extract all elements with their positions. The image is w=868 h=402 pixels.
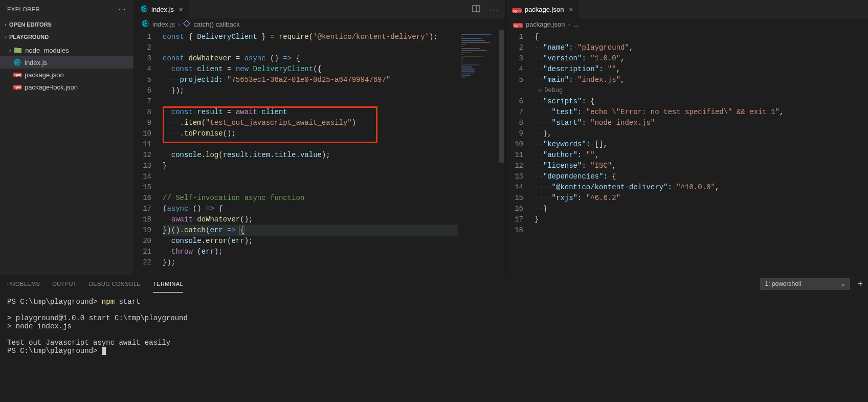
chevron-down-icon: ⌄ xyxy=(840,280,845,287)
npm-icon: npm xyxy=(513,20,523,28)
editor-group-right: npm package.json × npm package.json › ..… xyxy=(506,0,868,275)
code-editor-left[interactable]: 12345678910111213141516171819202122 cons… xyxy=(134,30,505,275)
editor-group-left: index.js × ··· index.js › xyxy=(134,0,506,275)
chevron-right-icon: › xyxy=(9,48,11,53)
chevron-right-icon: › xyxy=(568,20,570,28)
file-package-lock-json[interactable]: npm package-lock.json xyxy=(0,81,133,93)
file-package-json[interactable]: npm package.json xyxy=(0,69,133,81)
npm-icon: npm xyxy=(13,71,21,79)
open-editors-section[interactable]: › OPEN EDITORS xyxy=(0,18,133,31)
breadcrumb-left[interactable]: index.js › catch() callback xyxy=(134,18,505,30)
svg-point-13 xyxy=(145,23,146,24)
explorer-more-icon[interactable]: ··· xyxy=(119,6,126,12)
new-terminal-icon[interactable]: + xyxy=(857,279,863,289)
code-content[interactable]: const { DeliveryClient } = require('@ken… xyxy=(163,30,458,275)
file-index-js[interactable]: index.js xyxy=(0,56,133,69)
minimap[interactable] xyxy=(458,30,498,275)
breadcrumb-more: ... xyxy=(573,20,579,28)
folder-icon xyxy=(14,46,22,54)
tab-index-js[interactable]: index.js × xyxy=(134,0,190,18)
explorer-sidebar: EXPLORER ··· › OPEN EDITORS › PLAYGROUND… xyxy=(0,0,134,275)
bottom-panel: PROBLEMS OUTPUT DEBUG CONSOLE TERMINAL 1… xyxy=(0,275,868,402)
panel-tab-bar: PROBLEMS OUTPUT DEBUG CONSOLE TERMINAL 1… xyxy=(0,275,868,293)
chevron-down-icon: › xyxy=(3,33,9,40)
explorer-title: EXPLORER xyxy=(7,6,40,12)
editor-more-icon[interactable]: ··· xyxy=(489,6,498,13)
method-icon xyxy=(183,20,190,29)
playground-section[interactable]: › PLAYGROUND xyxy=(0,31,133,43)
split-editor-icon[interactable] xyxy=(472,5,480,14)
breadcrumb-symbol: catch() callback xyxy=(193,20,239,28)
file-label: index.js xyxy=(25,59,47,66)
file-tree: › node_modules index.js npm package.json… xyxy=(0,44,133,93)
svg-rect-14 xyxy=(184,20,190,26)
open-editors-label: OPEN EDITORS xyxy=(9,21,52,28)
breadcrumb-right[interactable]: npm package.json › ... xyxy=(506,18,868,30)
panel-tab-terminal[interactable]: TERMINAL xyxy=(153,275,183,293)
svg-point-7 xyxy=(144,8,145,9)
npm-icon: npm xyxy=(13,83,21,91)
file-label: node_modules xyxy=(25,47,69,54)
chevron-right-icon: › xyxy=(2,22,9,28)
file-label: package-lock.json xyxy=(25,83,78,91)
tab-bar-left: index.js × ··· xyxy=(134,0,505,18)
debug-codelens[interactable]: Debug xyxy=(544,85,563,96)
playground-label: PLAYGROUND xyxy=(9,34,49,40)
panel-tab-problems[interactable]: PROBLEMS xyxy=(7,275,40,293)
js-icon xyxy=(140,5,148,14)
line-gutter: 12345 6789101112131415161718 xyxy=(506,30,535,275)
tab-label: package.json xyxy=(525,6,564,13)
breadcrumb-file: index.js xyxy=(152,20,175,28)
overview-ruler[interactable] xyxy=(498,30,505,275)
tab-bar-right: npm package.json × xyxy=(506,0,868,18)
panel-tab-output[interactable]: OUTPUT xyxy=(52,275,77,293)
tab-package-json[interactable]: npm package.json × xyxy=(506,0,580,18)
terminal-content[interactable]: PS C:\tmp\playground> npm start > playgr… xyxy=(0,293,868,402)
file-label: package.json xyxy=(25,71,64,79)
chevron-right-icon: › xyxy=(178,20,180,28)
js-icon xyxy=(141,19,149,29)
terminal-selector[interactable]: 1: powershell ⌄ xyxy=(760,278,850,290)
play-icon: ▷ xyxy=(539,85,542,96)
code-editor-right[interactable]: 12345 6789101112131415161718 {··"name":·… xyxy=(506,30,868,275)
folder-node-modules[interactable]: › node_modules xyxy=(0,44,133,56)
npm-icon: npm xyxy=(512,6,522,13)
js-icon xyxy=(13,58,21,66)
breadcrumb-file: package.json xyxy=(526,20,565,28)
close-icon[interactable]: × xyxy=(569,6,573,13)
tab-label: index.js xyxy=(151,6,174,13)
explorer-header: EXPLORER ··· xyxy=(0,0,133,18)
panel-tab-debug[interactable]: DEBUG CONSOLE xyxy=(89,275,141,293)
svg-point-3 xyxy=(17,62,18,63)
terminal-selector-label: 1: powershell xyxy=(765,280,801,287)
close-icon[interactable]: × xyxy=(179,6,183,13)
line-gutter: 12345678910111213141516171819202122 xyxy=(134,30,163,275)
code-content[interactable]: {··"name":·"playground",··"version":·"1.… xyxy=(535,30,868,275)
